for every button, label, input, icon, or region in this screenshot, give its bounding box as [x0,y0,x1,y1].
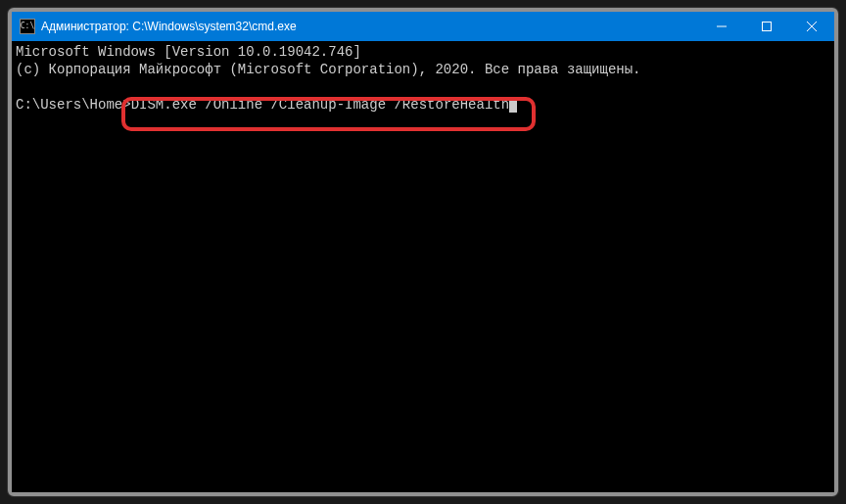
cmd-window: C:\ Администратор: C:\Windows\system32\c… [8,8,838,496]
close-icon [807,22,817,31]
command-input[interactable]: DISM.exe /Online /Cleanup-Image /Restore… [131,97,509,113]
prompt-text: C:\Users\Home> [16,97,131,113]
output-line: (c) Корпорация Майкрософт (Microsoft Cor… [16,62,641,77]
text-cursor [509,98,517,113]
window-title: Администратор: C:\Windows\system32\cmd.e… [41,20,297,33]
maximize-icon [762,22,772,31]
prompt-line: C:\Users\Home>DISM.exe /Online /Cleanup-… [16,97,517,113]
svg-rect-1 [763,23,772,31]
output-line: Microsoft Windows [Version 10.0.19042.74… [16,44,361,60]
minimize-icon [717,22,727,31]
maximize-button[interactable] [744,12,789,41]
close-button[interactable] [789,12,834,41]
cmd-icon-glyph: C:\ [21,23,34,30]
titlebar[interactable]: C:\ Администратор: C:\Windows\system32\c… [12,12,834,41]
svg-rect-0 [717,26,727,27]
cmd-icon: C:\ [20,19,35,34]
terminal-area[interactable]: Microsoft Windows [Version 10.0.19042.74… [12,41,834,492]
minimize-button[interactable] [699,12,744,41]
